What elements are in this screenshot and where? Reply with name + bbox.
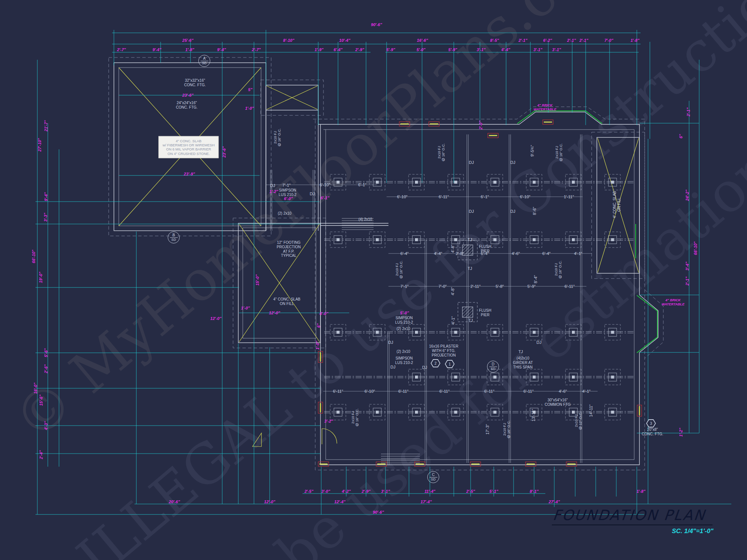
joist-tag: DJ [469,160,474,165]
dim-label: 8'-4" [533,275,538,283]
dim-label: 3'-2" [324,419,333,424]
dim-label: 6'-4" [400,251,409,256]
joist-label: 2x10 FJ @ 16" O.C. [273,128,281,146]
dim-label: 6'-11" [484,389,494,394]
note: 24"x24"x16" CONC. FTG. [176,101,198,110]
joist-label: 2x10 FJ @ 16" O.C. [351,408,359,426]
dim-label: 6'-10" [365,389,375,394]
slab-note-text: 4" CONC. SLAB w/ FIBERMESH OR WIREMESH O… [162,139,214,156]
dim-label: 66'-10" [31,250,36,263]
joist-tag: DJ [310,192,314,196]
dim-label: 4'-6" [559,389,567,394]
dim-label: 9'-4" [44,192,49,201]
note: 16x16 PILASTER WITH 6" FTG. PROJECTION [429,344,458,357]
dim-label: 3'-0" [321,489,330,494]
joist-label: 2x10 FJ @ 16" O.C. [437,143,445,161]
note: FLUSH PIER [479,308,492,317]
keynote-number: 1 [446,361,454,367]
dim-label: 27'-10" [37,138,42,152]
joist-tag: DJ [422,365,427,370]
dim-label: 6'-11" [564,284,574,289]
dim-label: 5'-0" [416,47,425,52]
dim-label: 2'-7" [252,47,261,52]
section-marker-a: ASD [198,55,210,67]
foundation-plan-sheet: © MyHomeFloorPlans.com ILLEGAL to use fo… [0,0,747,560]
joist-tag: DJ [388,340,393,345]
note: SIMPSON LUS 210-2 [395,356,413,365]
joist-tag: DJ [536,340,541,345]
joist-tag: DJ [510,160,515,165]
dim-label: 5" [248,87,252,92]
dim-label: 12'-0" [269,311,280,315]
dim-label: 2'-9" [362,489,371,494]
dim-label: 6'-1" [320,196,329,200]
note: FLUSH PIER [479,245,492,253]
dim-label: 17'-3" [485,424,490,435]
dim-label: 20'-6" [169,500,180,504]
dim-label: 90'-6" [373,510,384,515]
dim-label: 6'-11" [398,389,408,394]
dim-label: 2'-4" [39,450,44,459]
note: SIMPSON LUS 210-2 [395,316,413,325]
dim-label: 10'-4" [339,38,350,43]
joist-label: 2x10 FJ @ 16" O.C. [555,143,563,161]
dim-label: 23'-6" [222,146,227,158]
dim-label: 9'-5¾" [530,145,535,156]
dim-label: 1'-8" [636,489,645,494]
note: 4" CONC. SLAB ON FILL [613,191,622,218]
dim-label: 2'-1" [685,277,690,286]
dim-label: 2'-1" [686,108,691,116]
dim-label: 4'-1" [451,316,456,324]
dim-label: 3'-3" [43,213,48,222]
dim-label: 6'-11" [438,195,449,199]
joist-label: 2x10 FJ @ 16" O.C. [554,261,562,279]
dim-label: 6'-1" [481,195,489,199]
joist-tag: TJ [518,349,523,354]
keynote-hex-2: 2 [431,359,440,367]
dim-label: 3'-1" [552,47,561,52]
dim-label: 15'-0" [255,274,260,286]
joist-tag: TJ [468,318,473,323]
dim-label: 16'-0" [33,383,38,394]
dim-label: 1'-9" [314,47,323,52]
note: (2) 2x10 [397,327,410,331]
joist-tag: TJ [468,266,472,271]
joist-tag: DJ [469,209,474,214]
dim-label: 1'-0" [245,106,254,111]
dim-label: 8'-5" [490,38,499,43]
dim-label: 1'-0" [241,306,250,311]
dim-label: 3'-4" [685,262,690,271]
dim-label: 6" [316,323,321,327]
dim-label: 7'-1" [282,183,291,188]
note: (2) 2x10 [397,349,410,354]
joist-label: 2x10 FJ @ 12" O.C. [574,412,582,430]
note: 4" BRICK WATERTABLE [534,103,557,111]
dim-label: 4'-8" [450,287,455,295]
dim-label: 2'-11" [470,284,480,289]
dim-label: 12'-0" [210,316,221,321]
dim-label: 6'-10" [520,195,530,199]
note: 20"x8" CONC. FTG. [642,427,663,436]
dim-label: 2'-6" [44,364,49,373]
dim-label: 1'-8" [630,38,639,43]
dim-label: 8'-1" [530,489,539,494]
dim-label: 6'-2" [543,38,552,43]
dim-label: 2'-8" [456,251,464,256]
dim-label: 6'-4" [542,251,551,256]
joist-tag: DJ [510,209,515,214]
dim-label: 5'-9" [448,47,457,52]
dim-label: 9'-4" [217,47,226,52]
dim-label: 25'-6" [182,38,193,43]
joist-tag: DJ [390,365,395,370]
section-marker-sheet: SD [491,367,496,371]
dim-label: 12'-0" [264,500,275,504]
dim-label: 6'-10" [397,195,407,199]
joist-tag: TJ [468,237,472,242]
dim-label: 4'-0" [319,311,328,316]
dim-label: 1'-0" [315,341,320,350]
annotations-layer: 90'-6"25'-6"8'-10"10'-4"16'-6"8'-5"2'-1"… [0,0,747,560]
keynote-number: 3 [647,420,655,427]
dim-label: 16'-6" [417,38,428,43]
dim-label: 19'-0" [38,272,43,283]
dim-label: 2'-1" [518,38,527,43]
